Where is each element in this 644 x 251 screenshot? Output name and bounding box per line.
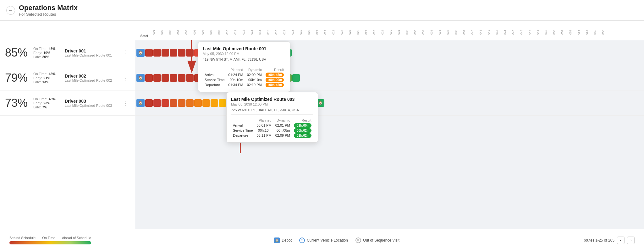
popup2-service-dynamic: 00h:08m [273,128,292,133]
stop-num-047: 047 [528,26,536,38]
route2-stop-18[interactable] [292,74,300,82]
route2-stop-0[interactable] [145,74,153,82]
stop-num-055: 055 [593,26,602,38]
route1-stop-2[interactable] [162,49,169,57]
page: ← Operations Matrix For Selected Routes … [0,0,644,251]
route1-stop-1[interactable] [153,49,161,57]
depot-legend-label: Depot [282,238,292,243]
stop-num-049: 049 [544,26,553,38]
stop-num-015: 015 [267,26,275,38]
popup2-departure-planned: 03:11 PM [255,133,273,138]
stop-numbers-header: Start // Will render via JS below 001002… [135,21,644,40]
popup1-title: Last Mile Optimized Route 001 [203,46,286,51]
driver-2-name: Driver 002 [65,74,118,79]
stop-num-020: 020 [307,26,316,38]
driver-3-route: Last Mile Optimized Route 003 [65,104,118,107]
route2-stop-2[interactable] [162,74,169,82]
popup1-table: Planned Dynamic Result Arrival 01:24 PM … [203,67,286,87]
stop-num-045: 045 [512,26,520,38]
stop-num-012: 012 [242,26,250,38]
stop-num-011: 011 [234,26,242,38]
popup2-arrival-dynamic: 02:01 PM [273,123,292,128]
stop-num-032: 032 [405,26,414,38]
stop-num-043: 043 [495,26,504,38]
driver-2-route: Last Mile Optimized Route 002 [65,79,118,82]
stop-num-036: 036 [438,26,446,38]
stop-num-014: 014 [258,26,267,38]
driver-1-menu[interactable]: ⋮ [122,48,130,57]
stop-num-051: 051 [561,26,569,38]
driver-1-percent: 85% [5,46,30,59]
stop-num-030: 030 [389,26,397,38]
popup2-address: 725 W 69TH PL, HIALEAH, FL, 33014, USA [231,108,313,115]
stop-num-025: 025 [348,26,356,38]
ontime-label: On Time [42,236,55,240]
route3-stop-0[interactable] [145,99,153,107]
driver-3-menu[interactable]: ⋮ [122,98,130,108]
popup1-arrival-planned: 01:24 PM [227,72,245,77]
route3-stop-9[interactable] [219,99,226,107]
stop-num-007: 007 [201,26,209,38]
route3-stop-2[interactable] [162,99,169,107]
route1-stop-5[interactable] [186,49,194,57]
popup1-departure-dynamic: 02:19 PM [245,82,264,87]
next-page-button[interactable]: › [627,237,635,244]
route2-stop-5[interactable] [186,74,194,82]
popup2-date: May 05, 2030 12:00 PM [231,102,313,106]
route3-stop-3[interactable] [170,99,177,107]
stop-num-028: 028 [373,26,381,38]
popup2-result-header: Result [292,118,313,123]
route3-stop-1[interactable] [153,99,161,107]
driver-2-name-col: Driver 002 Last Mile Optimized Route 002 [65,74,118,82]
route2-stop-4[interactable] [178,74,185,82]
route2-stop-3[interactable] [170,74,177,82]
main-content: Start // Will render via JS below 001002… [0,21,644,229]
stop-num-042: 042 [487,26,495,38]
popup1-service-planned: 00h:10m [227,77,245,82]
route1-stop-4[interactable] [178,49,185,57]
popup1-departure-result: +00h:45m [266,83,284,87]
back-button[interactable]: ← [6,6,15,15]
depot-icon: 🏠 [274,237,280,243]
pagination-label: Routes 1-25 of 205 [582,238,614,243]
stop-num-008: 008 [209,26,217,38]
popup2-arrival-planned: 03:01 PM [255,123,273,128]
popup2-dynamic-header: Dynamic [273,118,292,123]
route3-stop-8[interactable] [211,99,218,107]
route3-stop-6[interactable] [194,99,202,107]
stop-num-054: 054 [585,26,593,38]
popup1-planned-header: Planned [227,67,245,72]
driver-row-1: 85% On Time:46% Early:19% Late:20% Drive… [0,40,135,65]
route-1-start-block[interactable]: 🏠 [136,49,145,57]
popup1-address: 419 NW 5TH ST, MIAMI, FL, 33136, USA [203,57,286,64]
driver-1-name-col: Driver 001 Last Mile Optimized Route 001 [65,48,118,57]
vehicle-legend: ⊙ Current Vehicle Location [299,237,348,243]
popup1-departure-label: Departure [203,82,227,87]
route3-stop-4[interactable] [178,99,185,107]
route1-stop-3[interactable] [170,49,177,57]
prev-page-button[interactable]: ‹ [617,237,625,244]
stop-num-021: 021 [316,26,324,38]
popup2-table: Planned Dynamic Result Arrival 03:01 PM … [231,118,313,138]
stop-num-040: 040 [471,26,479,38]
driver-1-name: Driver 001 [65,48,118,53]
stop-num-053: 053 [577,26,585,38]
sequence-legend-label: Out of Sequence Visit [363,238,399,243]
stop-num-056: 056 [602,26,610,38]
route3-stop-5[interactable] [186,99,194,107]
legend-items: 🏠 Depot ⊙ Current Vehicle Location ✕ Out… [274,237,399,243]
route-2-start-block[interactable]: 🏠 [136,74,145,82]
popup2-service-result: -00h:02m [294,128,311,133]
route-3-start-block[interactable]: 🏠 [136,99,145,107]
stop-num-037: 037 [446,26,454,38]
route1-stop-0[interactable] [145,49,153,57]
stop-num-022: 022 [324,26,332,38]
popup2-arrival-label: Arrival [231,123,255,128]
timeline-area: 🏠 ⊙🏠 🏠 ✕⊙ 🏠 [135,40,644,229]
driver-2-menu[interactable]: ⋮ [122,73,130,83]
route2-stop-1[interactable] [153,74,161,82]
route3-stop-7[interactable] [202,99,210,107]
driver-3-stats: On Time:43% Early:23% Late:7% [33,97,62,109]
start-header: Start [136,34,152,38]
popup2-title: Last Mile Optimized Route 003 [231,97,313,102]
